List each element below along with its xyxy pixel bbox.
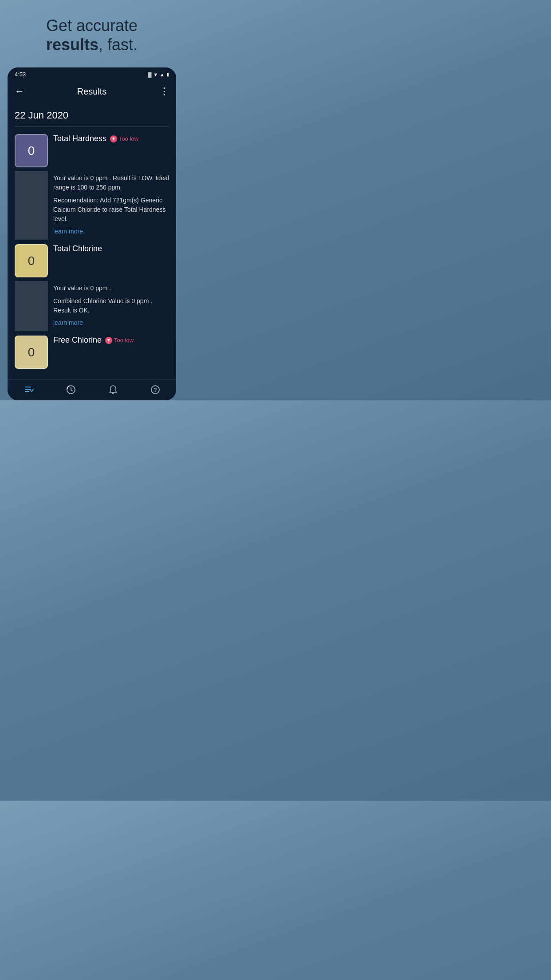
swatch-total-chlorine: 0 [15, 244, 48, 277]
battery-icon: ▮ [166, 71, 169, 77]
too-low-icon-free-chlorine: ▼ [105, 337, 112, 344]
swatch-value-total-hardness: 0 [28, 144, 35, 158]
result-card-total-hardness: 0 Total Hardness ▼ Too low [15, 134, 169, 167]
learn-more-total-hardness[interactable]: learn more [53, 228, 83, 235]
connector-total-chlorine: Your value is 0 ppm . Combined Chlorine … [15, 281, 169, 331]
svg-text:?: ? [153, 387, 157, 393]
vline-total-chlorine [15, 281, 48, 331]
status-badge-total-hardness: ▼ Too low [110, 135, 138, 142]
status-icons: ▓ ▼ ▲ ▮ [148, 71, 169, 77]
promo-rest: , fast. [98, 36, 138, 54]
learn-more-total-chlorine[interactable]: learn more [53, 319, 83, 326]
detail-free-chlorine: Free Chlorine ▼ Too low [48, 336, 169, 369]
overflow-menu-button[interactable]: ⋮ [159, 86, 169, 97]
title-row-total-chlorine: Total Chlorine [53, 244, 169, 253]
screen-title: Results [77, 87, 107, 97]
desc2-total-hardness: Recomendation: Add 721gm(s) Generic Calc… [53, 196, 169, 224]
detail-block-total-hardness: Your value is 0 ppm . Result is LOW. Ide… [48, 171, 169, 240]
detail-total-chlorine: Total Chlorine [48, 244, 169, 277]
status-text-total-hardness: Too low [119, 135, 138, 142]
svg-rect-0 [25, 387, 31, 387]
swatch-total-hardness: 0 [15, 134, 48, 167]
bottom-nav: ? [8, 379, 176, 400]
swatch-free-chlorine: 0 [15, 336, 48, 369]
vline-total-hardness [15, 171, 48, 240]
title-row-total-hardness: Total Hardness ▼ Too low [53, 134, 169, 143]
promo-line1: Get accurate [46, 16, 138, 35]
svg-rect-2 [25, 391, 29, 392]
nav-item-history[interactable] [66, 384, 76, 395]
app-bar: ← Results ⋮ [8, 80, 176, 103]
history-icon [66, 384, 76, 395]
svg-rect-1 [25, 389, 31, 390]
result-name-total-hardness: Total Hardness [53, 134, 106, 143]
result-card-free-chlorine: 0 Free Chlorine ▼ Too low [15, 336, 169, 369]
help-icon: ? [150, 384, 161, 395]
too-low-icon-total-hardness: ▼ [110, 135, 117, 142]
status-text-free-chlorine: Too low [114, 337, 134, 344]
vibrate-icon: ▓ [148, 72, 151, 77]
swatch-value-free-chlorine: 0 [28, 345, 35, 360]
detail-total-hardness: Total Hardness ▼ Too low [48, 134, 169, 167]
connector-total-hardness: Your value is 0 ppm . Result is LOW. Ide… [15, 171, 169, 240]
title-row-free-chlorine: Free Chlorine ▼ Too low [53, 336, 169, 345]
nav-item-notifications[interactable] [108, 384, 118, 395]
promo-bold: results [46, 36, 98, 54]
nav-item-help[interactable]: ? [150, 384, 161, 395]
result-name-free-chlorine: Free Chlorine [53, 336, 102, 345]
desc2-total-chlorine: Combined Chlorine Value is 0 ppm . Resul… [53, 296, 169, 315]
result-card-total-chlorine: 0 Total Chlorine [15, 244, 169, 277]
list-check-icon [24, 384, 34, 395]
bell-icon [108, 384, 118, 395]
status-badge-free-chlorine: ▼ Too low [105, 337, 134, 344]
swatch-value-total-chlorine: 0 [28, 254, 35, 268]
promo-header: Get accurate results, fast. [37, 0, 146, 63]
signal-icon: ▲ [160, 72, 165, 77]
wifi-icon: ▼ [153, 72, 158, 77]
back-button[interactable]: ← [15, 86, 24, 97]
content-area: 22 Jun 2020 0 Total Hardness ▼ Too low [8, 103, 176, 379]
phone-frame: 4:53 ▓ ▼ ▲ ▮ ← Results ⋮ 22 Jun 2020 0 T… [8, 67, 176, 400]
desc1-total-chlorine: Your value is 0 ppm . [53, 284, 169, 293]
line-col-total-chlorine [15, 281, 48, 331]
date-label: 22 Jun 2020 [15, 110, 169, 121]
divider [15, 126, 169, 127]
line-col-total-hardness [15, 171, 48, 240]
nav-item-list[interactable] [24, 384, 34, 395]
status-time: 4:53 [15, 71, 26, 78]
status-bar: 4:53 ▓ ▼ ▲ ▮ [8, 67, 176, 80]
detail-block-total-chlorine: Your value is 0 ppm . Combined Chlorine … [48, 281, 169, 331]
result-name-total-chlorine: Total Chlorine [53, 244, 102, 253]
desc1-total-hardness: Your value is 0 ppm . Result is LOW. Ide… [53, 174, 169, 192]
